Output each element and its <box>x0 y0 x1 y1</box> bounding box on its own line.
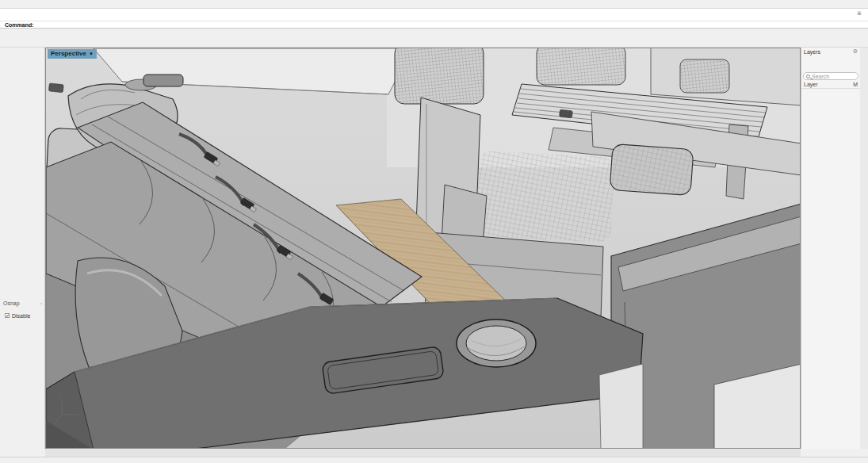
axis-y-label: y <box>81 412 83 417</box>
osnap-panel: Osnap ▫ ✓ Disable <box>0 300 45 320</box>
search-placeholder: Search <box>812 74 829 79</box>
axis-z-label: z <box>59 394 62 399</box>
command-history[interactable] <box>0 8 868 21</box>
menu-bar <box>0 0 868 8</box>
viewport-perspective[interactable]: Perspective▼ <box>45 48 801 449</box>
viewport-tab-bar <box>45 449 801 457</box>
axis-x-label: x <box>53 421 55 426</box>
command-prompt[interactable]: Command: <box>0 21 868 29</box>
left-sidebar: Osnap ▫ ✓ Disable <box>0 48 45 449</box>
viewport-3d-scene[interactable] <box>46 48 801 449</box>
layers-panel-title: Layers <box>804 49 820 55</box>
viewport-title[interactable]: Perspective▼ <box>48 49 97 59</box>
layers-search-input[interactable]: Search <box>803 72 858 80</box>
layers-column-header[interactable]: Layer M <box>801 81 860 89</box>
osnap-panel-icon[interactable]: ▫ <box>40 300 42 306</box>
layers-panel: Layers ⚙ Search Layer M <box>801 48 860 449</box>
osnap-disable-label: Disable <box>12 313 30 319</box>
cplane-axis-indicator: z y x <box>52 392 89 426</box>
osnap-title: Osnap <box>3 300 20 306</box>
surface-tools-toolbar <box>0 37 868 48</box>
panel-tab-strip <box>860 48 868 449</box>
command-prompt-label: Command: <box>5 22 34 28</box>
status-bar <box>0 457 868 463</box>
viewport-title-chevron-icon[interactable]: ▼ <box>89 52 94 56</box>
panel-options-gear-icon[interactable]: ⚙ <box>853 48 858 55</box>
search-icon <box>806 75 810 78</box>
command-history-icon[interactable]: ≣ <box>857 10 863 17</box>
osnap-disable-row[interactable]: ✓ Disable <box>0 312 45 320</box>
toolbar-tab-bar <box>0 29 868 37</box>
osnap-disable-checkbox[interactable]: ✓ <box>5 313 10 318</box>
